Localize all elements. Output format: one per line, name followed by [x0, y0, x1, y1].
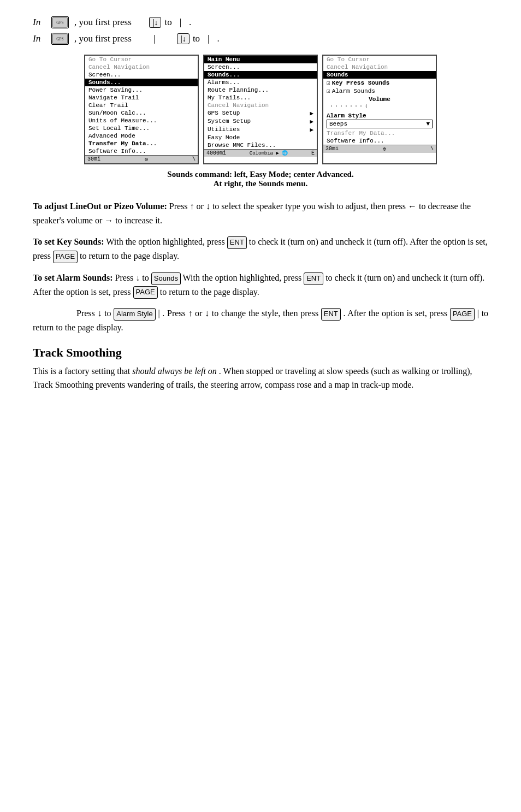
center-footer-left: 4000mi	[206, 150, 226, 156]
instruction-row-1: In GPS , you first press |↓ to | .	[33, 16, 488, 28]
caption: Sounds command: left, Easy Mode; center …	[33, 170, 488, 188]
left-footer-right: \	[192, 156, 196, 163]
page-key-3: PAGE	[450, 308, 475, 321]
row2-period: .	[217, 33, 220, 44]
track-smoothing-title: Track Smoothing	[33, 346, 488, 360]
alarm-style-label: Alarm Style	[327, 112, 433, 119]
row1-bar: |	[180, 17, 181, 28]
para-key-sounds-text3: to return to the page display.	[80, 251, 179, 260]
right-volume-area: Volume · · · · · · · ↕	[323, 95, 436, 112]
row1-content: GPS , you first press |↓ to | .	[49, 16, 191, 28]
left-item-sounds: Sounds...	[85, 79, 198, 86]
screenshot-left: Go To Cursor Cancel Navigation Screen...…	[84, 55, 199, 164]
center-utilities-arrow: ▶	[310, 126, 313, 133]
left-item-advanced: Advanced Mode	[85, 132, 198, 140]
left-item-units: Units of Measure...	[85, 117, 198, 125]
para-style-text3: . After the option is set, press	[344, 309, 450, 318]
row2-bar2: |	[208, 33, 209, 44]
ts-emphasis: should always be left on	[132, 366, 217, 376]
left-item-clear-trail: Clear Trail	[85, 102, 198, 109]
center-system-arrow: ▶	[310, 118, 313, 125]
dropdown-arrow: ▼	[426, 121, 430, 127]
para-style-text2: . Press ↑ or ↓ to change the style, then…	[162, 309, 321, 318]
volume-label: Volume	[327, 96, 433, 103]
center-utilities-label: Utilities	[208, 126, 240, 133]
left-item-cancel-nav: Cancel Navigation	[85, 63, 198, 71]
left-item-go-to-cursor: Go To Cursor	[85, 56, 198, 63]
beeps-label: Beeps	[329, 121, 347, 127]
screenshot-right: Go To Cursor Cancel Navigation Sounds ☑ …	[322, 55, 437, 164]
svg-text:GPS: GPS	[56, 37, 63, 42]
center-item-alarms: Alarms...	[204, 79, 317, 86]
ts-text1: This is a factory setting that	[33, 366, 132, 376]
dot1: ·	[330, 103, 333, 109]
para-style-bar2: |	[477, 309, 482, 318]
enter-key-2: ENT	[304, 272, 323, 285]
row2-content: GPS , you first press | |↓ to | .	[49, 33, 220, 45]
center-system-label: System Setup	[208, 118, 251, 125]
dot6: ·	[354, 103, 358, 109]
volume-dots: · · · · · · ·	[330, 103, 363, 109]
track-smoothing-para: This is a factory setting that should al…	[33, 364, 488, 392]
center-item-cancel-nav: Cancel Navigation	[204, 102, 317, 109]
in-label-2: In	[33, 33, 49, 44]
right-alarm-sounds: ☑ Alarm Sounds	[323, 87, 436, 95]
para-alarm-sounds: To set Alarm Sounds: Press ↓ to Sounds W…	[33, 271, 488, 299]
alarm-sounds-label: Alarm Sounds	[332, 88, 375, 94]
caption-line1: Sounds command: left, Easy Mode; center …	[33, 170, 488, 179]
para-key-sounds: To set Key Sounds: With the option highl…	[33, 235, 488, 263]
center-gps-label: GPS Setup	[208, 110, 240, 117]
instruction-row-2: In GPS , you first press | |↓ to | .	[33, 33, 488, 45]
dot5: ·	[350, 103, 353, 109]
row2-bar1: |	[153, 33, 155, 44]
center-main-menu-header: Main Menu	[204, 56, 317, 63]
key-press-label: Key Press Sounds	[332, 80, 390, 86]
para-alarm-style: Press ↓ to Alarm Style | . Press ↑ or ↓ …	[33, 306, 488, 334]
center-footer: 4000mi Colombia ▶ 🌐 E	[204, 149, 317, 157]
left-footer-mid: ⊕	[145, 156, 148, 163]
right-beeps-dropdown: Beeps ▼	[327, 120, 433, 128]
right-item-software: Software Info...	[323, 137, 436, 145]
right-footer-left: 30mi	[325, 146, 339, 152]
dot7: ·	[359, 103, 363, 109]
center-footer-mid: Colombia ▶ 🌐	[250, 150, 288, 156]
row1-text: , you first press	[74, 17, 132, 28]
volume-slider: · · · · · · · ↕	[327, 103, 433, 111]
alarm-style-key: Alarm Style	[114, 308, 155, 321]
center-item-browse-mmc: Browse MMC Files...	[204, 141, 317, 149]
para-alarm-text2: With the option highlighted, press	[183, 273, 304, 282]
enter-key-3: ENT	[321, 308, 341, 321]
right-footer: 30mi ⊕ \	[323, 145, 436, 153]
right-item-go-to-cursor: Go To Cursor	[323, 56, 436, 63]
right-item-cancel-nav: Cancel Navigation	[323, 63, 436, 71]
center-item-easy-mode: Easy Mode	[204, 134, 317, 141]
para-key-sounds-text1: With the option highlighted, press	[106, 237, 227, 246]
alarm-sounds-checkbox-icon: ☑	[327, 87, 330, 94]
right-footer-mid: ⊕	[383, 146, 386, 152]
center-item-sounds: Sounds...	[204, 71, 317, 79]
dot3: ·	[340, 103, 343, 109]
para-lineout: To adjust LineOut or Pizeo Volume: Press…	[33, 199, 488, 227]
para-style-text1: Press ↓ to	[76, 309, 114, 318]
center-item-screen: Screen...	[204, 63, 317, 71]
center-footer-right: E	[311, 150, 315, 156]
left-footer-left: 30mi	[87, 156, 100, 163]
left-item-nav-trail: Navigate Trail	[85, 94, 198, 102]
row1-period: .	[189, 17, 191, 28]
left-item-sun-moon: Sun/Moon Calc...	[85, 109, 198, 117]
enter-key-1: ENT	[227, 236, 247, 249]
para-key-sounds-bold: To set Key Sounds:	[33, 237, 104, 246]
row2-to: to	[193, 33, 200, 44]
para-alarm-text1: Press ↓ to	[115, 273, 151, 282]
right-alarm-style: Alarm Style	[323, 112, 436, 120]
screenshot-center: Main Menu Screen... Sounds... Alarms... …	[203, 55, 318, 164]
row2-text: , you first press	[74, 33, 132, 44]
para-lineout-bold: To adjust LineOut or Pizeo Volume:	[33, 201, 167, 211]
sounds-key-alarm: Sounds	[151, 272, 181, 285]
left-footer: 30mi ⊕ \	[85, 155, 198, 163]
right-key-press-sounds: ☑ Key Press Sounds	[323, 79, 436, 87]
in-label-1: In	[33, 17, 49, 28]
page-key-2: PAGE	[133, 286, 158, 299]
page-key-1: PAGE	[53, 251, 78, 263]
left-item-screen: Screen...	[85, 71, 198, 79]
